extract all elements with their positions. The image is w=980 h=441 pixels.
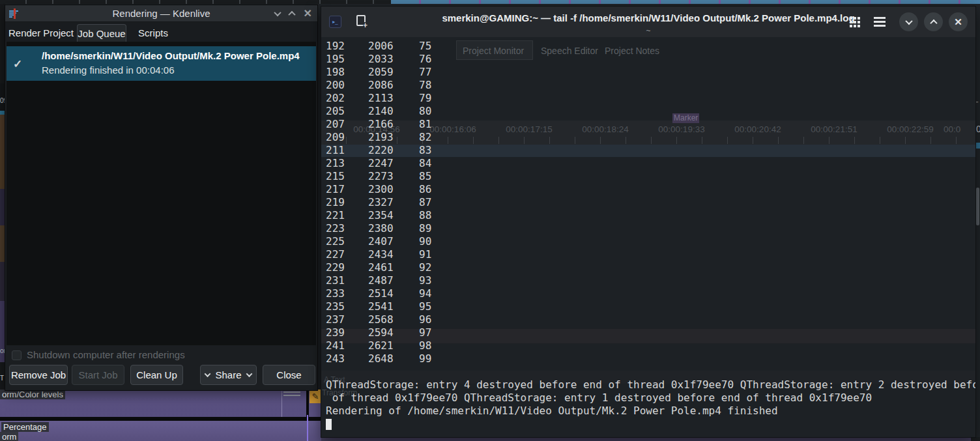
log-row: 233 2514 94 [326, 287, 975, 300]
terminal-body[interactable]: Project Monitor Speech Editor Project No… [321, 37, 975, 437]
chevron-down-icon [246, 371, 252, 377]
log-row: 192 2006 75 [326, 40, 975, 53]
log-row: 243 2648 99 [326, 352, 975, 365]
desktop: 09 or T orm/Color levels ✎ Percentage [0, 0, 980, 441]
log-row: 239 2594 97 [326, 326, 975, 339]
clip-label: orm [0, 432, 18, 441]
share-button[interactable]: Share [200, 365, 257, 385]
pen-icon: ✎ [312, 391, 319, 401]
minimize-button[interactable] [899, 12, 918, 31]
shutdown-checkbox-label: Shutdown computer after renderings [27, 349, 185, 360]
timeline-playhead[interactable] [307, 415, 308, 441]
sliver-fragment: 09 [0, 98, 5, 104]
log-row: 225 2407 90 [326, 235, 975, 248]
terminal-log-output: 192 2006 75 195 2033 76 198 2059 77 [326, 40, 975, 430]
terminal-window: ▸_ + smerkin@GAMING:~ — tail -f /home/sm… [321, 7, 975, 437]
clip-tiny-text [283, 391, 300, 398]
log-row: 200 2086 78 [326, 79, 975, 92]
log-row: 227 2434 91 [326, 248, 975, 261]
sliver-fragment: or [0, 348, 5, 354]
dialog-titlebar[interactable]: Rendering — Kdenlive ✕ [5, 5, 317, 22]
timeline-clip-under-terminal [321, 437, 971, 441]
job-queue-list: ✓ /home/smerkin/W11/Video Output/Mk.2 Po… [7, 42, 316, 345]
log-message: Rendering of /home/smerkin/W11/Video Out… [326, 405, 975, 418]
log-rows: 192 2006 75 195 2033 76 198 2059 77 [326, 40, 975, 365]
log-row: 207 2166 81 [326, 118, 975, 131]
track-header-fragment: T [0, 375, 5, 382]
log-row: 237 2568 96 [326, 313, 975, 326]
check-icon: ✓ [13, 57, 22, 71]
log-message: QThreadStorage: entry 4 destroyed before… [326, 378, 975, 391]
render-dialog-window: Rendering — Kdenlive ✕ Render Project Jo… [5, 5, 317, 390]
timeline-zoombar[interactable] [391, 0, 980, 4]
clip-label: Percentage [1, 422, 49, 432]
close-button[interactable]: Close [263, 365, 315, 385]
timeline-ruler-strip [0, 0, 391, 4]
share-icon [205, 371, 211, 377]
minimize-button[interactable] [275, 11, 280, 16]
close-window-button[interactable]: ✕ [949, 12, 968, 31]
tab-scripts[interactable]: Scripts [130, 24, 176, 42]
log-row: 198 2059 77 [326, 66, 975, 79]
terminal-cursor [326, 419, 332, 430]
log-row: 223 2380 89 [326, 222, 975, 235]
ruler-timecode-edge: 0 [976, 124, 980, 134]
terminal-titlebar[interactable]: ▸_ + smerkin@GAMING:~ — tail -f /home/sm… [321, 7, 975, 37]
kdenlive-left-sliver: 09 or T [0, 4, 5, 390]
log-row: 221 2354 88 [326, 209, 975, 222]
log-row: 235 2541 95 [326, 300, 975, 313]
vertical-scrollbar[interactable] [976, 188, 979, 225]
log-message: of thread 0x1f79ee70 QThreadStorage: ent… [326, 391, 975, 405]
ruler-selection-chip [975, 143, 980, 149]
apps-grid-icon[interactable] [850, 17, 860, 27]
job-file-path: /home/smerkin/W11/Video Output/Mk.2 Powe… [42, 50, 300, 61]
log-row: 215 2273 85 [326, 170, 975, 183]
log-row: 205 2140 80 [326, 105, 975, 118]
log-row: 217 2300 86 [326, 183, 975, 196]
tab-job-queue[interactable]: Job Queue [77, 24, 126, 42]
clip-label: orm/Color levels [0, 390, 65, 399]
remove-job-button[interactable]: Remove Job [9, 365, 68, 385]
maximize-button[interactable] [924, 12, 943, 31]
start-job-button[interactable]: Start Job [72, 365, 124, 385]
dialog-bottom-panel: Shutdown computer after renderings Remov… [5, 345, 317, 390]
tab-render-project[interactable]: Render Project [8, 24, 74, 42]
edit-keyframe-chip[interactable]: ✎ [310, 390, 321, 403]
shutdown-checkbox[interactable] [12, 350, 22, 360]
job-status: Rendering finished in 00:04:06 [42, 64, 174, 76]
dialog-tabbar: Render Project Job Queue Scripts [5, 23, 317, 42]
log-row: 231 2487 93 [326, 274, 975, 287]
timeline-clips-area: orm/Color levels ✎ Percentage orm [0, 390, 321, 441]
log-row: 211 2220 83 [326, 144, 975, 157]
log-row: 209 2193 82 [326, 131, 975, 144]
log-row: 241 2621 98 [326, 339, 975, 352]
menu-icon[interactable] [874, 17, 886, 27]
close-window-button[interactable]: ✕ [304, 8, 312, 19]
log-row: 213 2247 84 [326, 157, 975, 170]
log-row: 219 2327 87 [326, 196, 975, 209]
maximize-button[interactable] [289, 11, 295, 16]
clip-marker-line [281, 390, 282, 417]
log-row: 229 2461 92 [326, 261, 975, 274]
timeline-track-end [971, 437, 980, 441]
log-row: 202 2113 79 [326, 92, 975, 105]
dialog-title: Rendering — Kdenlive [5, 8, 317, 19]
job-queue-item[interactable]: ✓ /home/smerkin/W11/Video Output/Mk.2 Po… [7, 46, 316, 81]
log-row: 195 2033 76 [326, 53, 975, 66]
clean-up-button[interactable]: Clean Up [130, 365, 183, 385]
